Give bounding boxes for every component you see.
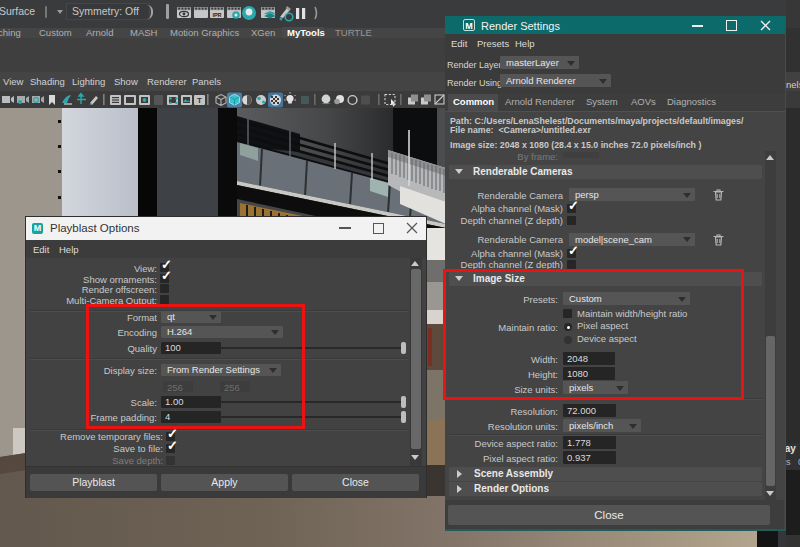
svg-text:T: T [197, 96, 202, 105]
svg-text:IPR: IPR [212, 12, 221, 18]
